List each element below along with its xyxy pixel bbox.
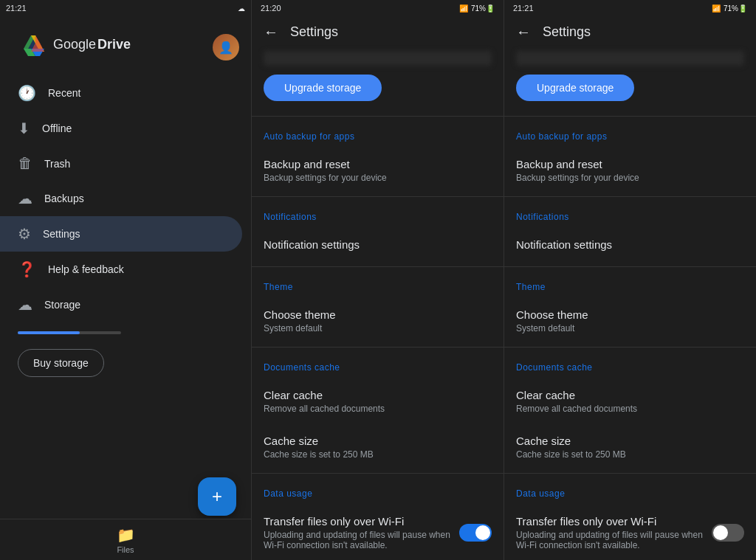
fab-button[interactable]: + [198,477,236,516]
clear-cache-item-right[interactable]: Clear cache Remove all cached documents [504,378,756,424]
divider [252,196,504,197]
divider [252,473,504,474]
cache-size-title-left: Cache size [264,435,492,447]
cache-size-item-left[interactable]: Cache size Cache size is set to 250 MB [252,424,504,470]
sidebar-item-label: Storage [44,299,80,311]
divider [504,196,756,197]
bottom-nav-files[interactable]: 📁 Files [105,523,147,557]
transfer-subtitle-right: Uploading and updating of files will pau… [516,530,703,550]
transfer-subtitle-left: Uploading and updating of files will pau… [264,530,450,550]
divider [252,347,504,348]
clear-cache-item-left[interactable]: Clear cache Remove all cached documents [252,378,504,424]
clear-cache-subtitle-left: Remove all cached documents [264,404,492,414]
back-arrow-right[interactable]: ← [516,24,531,41]
choose-theme-subtitle-right: System default [516,323,744,333]
backup-reset-title-right: Backup and reset [516,158,744,170]
sidebar-item-trash[interactable]: 🗑 Trash [0,146,242,181]
settings-icon: ⚙ [18,225,31,243]
backup-reset-subtitle-left: Backup settings for your device [264,173,492,183]
panel-right-status-icons: 📶 71%🔋 [712,4,747,13]
storage-bar-background [18,331,121,334]
storage-icon: ☁ [18,296,32,314]
help-icon: ❓ [18,260,36,278]
divider [504,347,756,348]
panel-left-header: ← Settings [252,16,504,51]
transfer-wifi-item-right[interactable]: Transfer files only over Wi-Fi Uploading… [504,505,756,560]
sidebar: 21:21 ☁ Google Drive 👤 🕐 R [0,0,251,560]
sidebar-item-backups[interactable]: ☁ Backups [0,181,242,216]
avatar[interactable]: 👤 [213,34,239,61]
storage-info-blurred [264,51,492,66]
app-logo: Google Drive [12,27,142,68]
upgrade-storage-button-left[interactable]: Upgrade storage [264,75,382,101]
notifications-header-right: Notifications [504,200,756,228]
panel-right-header: ← Settings [504,16,756,51]
notification-settings-title-right: Notification settings [516,238,744,251]
drive-icon [24,32,47,56]
sidebar-item-recent[interactable]: 🕐 Recent [0,75,242,111]
sidebar-header: Google Drive 👤 [0,16,251,75]
choose-theme-title-left: Choose theme [264,308,492,321]
logo-text: Google Drive [53,37,131,52]
backup-reset-item-left[interactable]: Backup and reset Backup settings for you… [252,148,504,193]
toggle-thumb-right [713,525,728,540]
recent-icon: 🕐 [18,84,36,102]
theme-header-left: Theme [252,270,504,298]
transfer-toggle-left[interactable] [459,524,492,542]
divider [252,116,504,117]
panel-left-title: Settings [290,24,338,40]
backups-icon: ☁ [18,190,32,207]
choose-theme-item-left[interactable]: Choose theme System default [252,298,504,344]
data-usage-header-right: Data usage [504,477,756,505]
sidebar-status-bar: 21:21 ☁ [0,0,251,16]
panel-right-status-bar: 21:21 📶 71%🔋 [504,0,756,16]
sidebar-item-help[interactable]: ❓ Help & feedback [0,252,242,287]
transfer-title-left: Transfer files only over Wi-Fi [264,515,450,528]
theme-header-right: Theme [504,270,756,298]
sidebar-item-label: Settings [43,228,80,240]
files-icon: 📁 [117,526,135,544]
sidebar-item-label: Recent [48,87,80,99]
sidebar-item-label: Help & feedback [48,263,124,275]
panel-left-status-icons: 📶 71%🔋 [459,4,495,13]
choose-theme-title-right: Choose theme [516,308,744,321]
sidebar-item-settings[interactable]: ⚙ Settings [0,216,242,252]
storage-bar-container [0,325,251,340]
logo-drive: Drive [97,37,131,52]
notification-settings-item-right[interactable]: Notification settings [504,228,756,263]
cache-size-item-right[interactable]: Cache size Cache size is set to 250 MB [504,424,756,470]
notification-settings-item-left[interactable]: Notification settings [252,228,504,263]
trash-icon: 🗑 [18,155,32,172]
choose-theme-item-right[interactable]: Choose theme System default [504,298,756,344]
divider [504,266,756,267]
backup-reset-item-right[interactable]: Backup and reset Backup settings for you… [504,148,756,193]
sidebar-item-label: Offline [42,122,72,134]
back-arrow-left[interactable]: ← [264,24,278,41]
sidebar-status-time: 21:21 [6,4,27,13]
settings-panels: 21:20 📶 71%🔋 ← Settings Upgrade storage … [251,0,756,560]
transfer-toggle-right[interactable] [712,524,744,542]
notifications-header-left: Notifications [252,200,504,228]
choose-theme-subtitle-left: System default [264,323,492,333]
fab-icon: + [212,486,222,507]
clear-cache-title-right: Clear cache [516,389,744,401]
panel-right-title: Settings [543,24,591,40]
clear-cache-subtitle-right: Remove all cached documents [516,404,744,414]
divider [504,116,756,117]
sidebar-status-icons: ☁ [238,4,245,13]
settings-panel-left: 21:20 📶 71%🔋 ← Settings Upgrade storage … [251,0,504,560]
panel-left-time: 21:20 [261,4,281,13]
auto-backup-header-left: Auto backup for apps [252,120,504,148]
backup-reset-title-left: Backup and reset [264,158,492,170]
divider [504,473,756,474]
upgrade-storage-button-right[interactable]: Upgrade storage [516,75,634,101]
clear-cache-title-left: Clear cache [264,389,492,401]
buy-storage-button[interactable]: Buy storage [18,349,104,377]
transfer-wifi-item-left[interactable]: Transfer files only over Wi-Fi Uploading… [252,505,504,560]
sidebar-item-offline[interactable]: ⬇ Offline [0,111,242,146]
notification-settings-title-left: Notification settings [264,238,492,251]
sidebar-item-storage[interactable]: ☁ Storage [0,287,242,322]
auto-backup-header-right: Auto backup for apps [504,120,756,148]
sidebar-item-label: Trash [44,158,70,170]
cache-size-subtitle-left: Cache size is set to 250 MB [264,449,492,460]
